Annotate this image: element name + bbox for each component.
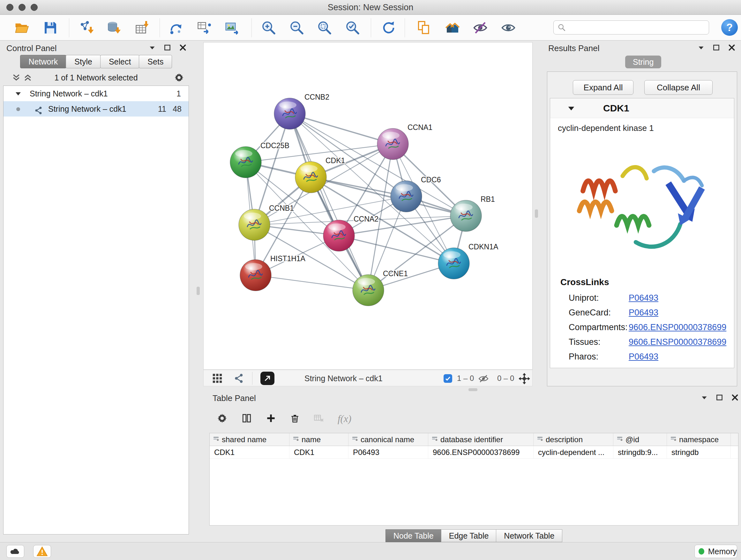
splitter-handle[interactable] [468,388,477,391]
close-panel-icon[interactable] [728,44,736,52]
crosslink-value-link[interactable]: P06493 [629,349,658,364]
svg-text:HIST1H1A: HIST1H1A [270,254,306,263]
panel-menu-icon[interactable] [697,44,705,52]
new-network-icon[interactable] [167,19,185,37]
collapse-all-button[interactable]: Collapse All [644,80,713,95]
network-collection-row[interactable]: String Network – cdk1 1 [3,86,189,101]
netbar-separator [252,372,253,385]
column-header[interactable]: description [534,433,613,446]
network-node-RB1[interactable]: RB1 [450,195,495,232]
close-panel-icon[interactable] [731,393,739,401]
search-icon [557,23,566,32]
tab-select[interactable]: Select [100,55,139,68]
column-header[interactable]: shared name [210,433,289,446]
warnings-button[interactable] [33,545,51,558]
hidden-eye-icon[interactable] [478,374,489,385]
show-columns-icon[interactable] [241,413,252,425]
network-canvas[interactable]: CCNB2CCNA1CDC25BCDK1CDC6RB1CCNB1CCNA2CDK… [204,43,532,369]
tab-string[interactable]: String [625,56,661,68]
network-node-CDKN1A[interactable]: CDKN1A [438,243,498,279]
splitter-handle[interactable] [535,209,538,218]
add-column-icon[interactable] [266,413,276,425]
export-image-icon[interactable] [223,19,241,37]
open-session-icon[interactable] [13,19,30,37]
tab-sets[interactable]: Sets [139,55,172,68]
column-header[interactable]: canonical name [348,433,428,446]
table-settings-gear-icon[interactable] [216,413,228,425]
detach-view-button[interactable] [260,372,274,385]
toolbar-separator [69,18,69,37]
network-node-HIST1H1A[interactable]: HIST1H1A [240,254,306,291]
zoom-window-button[interactable] [30,4,38,11]
copy-document-icon[interactable] [415,19,433,37]
crosslink-value-link[interactable]: P06493 [629,305,658,320]
float-panel-icon[interactable] [712,44,721,52]
tab-network[interactable]: Network [20,55,67,68]
minimize-window-button[interactable] [18,4,25,11]
network-node-CCNA1[interactable]: CCNA1 [377,123,432,160]
float-panel-icon[interactable] [163,44,172,52]
gene-disclosure-icon[interactable] [567,104,576,114]
network-node-CDC6[interactable]: CDC6 [391,176,441,212]
network-view[interactable]: CCNB2CCNA1CDC25BCDK1CDC6RB1CCNB1CCNA2CDK… [203,42,533,370]
pan-crosshair-icon[interactable] [518,373,530,386]
delete-column-icon[interactable] [290,413,300,425]
close-window-button[interactable] [6,4,13,11]
apply-layout-icon[interactable] [380,19,398,37]
network-node-CCNB2[interactable]: CCNB2 [274,93,329,129]
search-box[interactable] [553,20,709,35]
collection-label: String Network – cdk1 [30,86,108,101]
column-header[interactable]: name [289,433,348,446]
control-panel-tabs: Network Style Select Sets [3,55,189,68]
expand-all-networks-icon[interactable] [23,73,32,84]
memory-button[interactable]: Memory [694,545,737,558]
zoom-in-icon[interactable] [260,19,278,37]
network-from-table-icon[interactable] [195,19,213,37]
float-panel-icon[interactable] [716,393,724,401]
home-icon[interactable] [444,19,461,37]
crosslink-row: Tissues:9606.ENSP00000378699 [569,334,731,349]
network-row-selected[interactable]: String Network – cdk1 11 48 [3,101,189,117]
table-panel: Table Panel f(x) shared namenamecanonica… [207,392,741,540]
zoom-selected-icon[interactable] [344,19,361,37]
search-input[interactable] [569,23,709,32]
panel-menu-icon[interactable] [148,44,156,52]
results-panel: Results Panel String Expand All Collapse… [546,42,738,389]
import-network-file-icon[interactable] [77,19,95,37]
table-row[interactable]: CDK1CDK1P064939606.ENSP00000378699cyclin… [210,446,738,459]
collapse-all-networks-icon[interactable] [11,73,21,84]
crosslink-value-link[interactable]: 9606.ENSP00000378699 [629,320,726,334]
function-builder-icon[interactable]: f(x) [338,413,351,425]
panel-menu-icon[interactable] [700,393,709,401]
crosslink-value-link[interactable]: P06493 [629,291,658,305]
share-network-icon[interactable] [233,373,245,385]
crosslink-label: GeneCard: [569,305,629,320]
splitter-handle[interactable] [197,287,200,295]
show-graphics-details-icon[interactable] [499,19,517,37]
tab-style[interactable]: Style [66,55,101,68]
selected-count: 1 – 0 [457,370,474,387]
column-header[interactable]: @id [613,433,667,446]
grid-view-icon[interactable] [212,373,223,385]
tab-network-table[interactable]: Network Table [496,530,562,542]
expand-all-button[interactable]: Expand All [573,80,633,95]
network-options-gear-icon[interactable] [174,72,185,84]
import-table-icon[interactable] [133,19,151,37]
help-button[interactable]: ? [721,19,738,36]
column-header[interactable]: database identifier [428,433,534,446]
network-node-CDK1[interactable]: CDK1 [295,157,345,193]
memory-label: Memory [708,547,737,556]
cloud-button[interactable] [6,545,24,558]
crosslinks-title: CrossLinks [560,277,609,287]
import-network-database-icon[interactable] [105,19,123,37]
save-session-icon[interactable] [42,19,59,37]
column-header[interactable]: namespace [667,433,731,446]
close-panel-icon[interactable] [179,44,187,52]
zoom-out-icon[interactable] [288,19,306,37]
hide-graphics-details-icon[interactable] [471,19,489,37]
zoom-fit-icon[interactable] [316,19,333,37]
selected-checkbox-icon[interactable] [444,374,452,383]
tab-edge-table[interactable]: Edge Table [441,530,497,542]
crosslink-value-link[interactable]: 9606.ENSP00000378699 [629,334,726,349]
tab-node-table[interactable]: Node Table [386,530,442,542]
